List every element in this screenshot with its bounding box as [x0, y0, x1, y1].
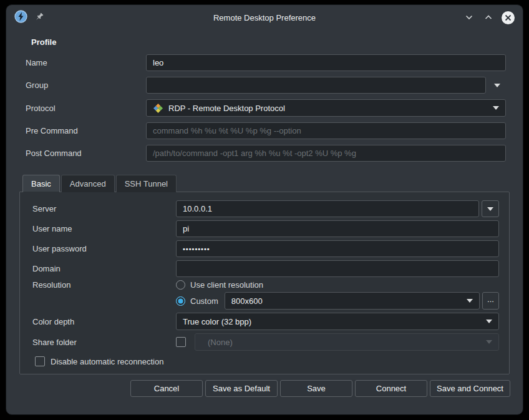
chevron-down-icon: [487, 207, 493, 211]
remmina-app-icon: [14, 10, 27, 25]
post-command-row: Post Command: [26, 145, 506, 162]
custom-resolution-radio[interactable]: [176, 296, 185, 306]
custom-resolution-label: Custom: [190, 296, 218, 306]
basic-tab-panel: Server User name User password Domain: [19, 192, 510, 374]
chevron-down-icon: [467, 299, 473, 303]
post-command-input[interactable]: [146, 145, 506, 162]
server-label: Server: [32, 204, 176, 213]
protocol-select[interactable]: RDP - Remote Desktop Protocol: [146, 99, 506, 117]
tab-ssh-tunnel[interactable]: SSH Tunnel: [116, 175, 177, 192]
save-as-default-button[interactable]: Save as Default: [205, 380, 278, 397]
profile-form: Profile Name Group Protocol: [6, 30, 523, 162]
profile-section-title: Profile: [31, 37, 506, 47]
username-input[interactable]: [176, 220, 499, 237]
group-row: Group: [26, 77, 506, 94]
shade-up-button[interactable]: [482, 11, 495, 24]
group-input[interactable]: [146, 77, 486, 94]
pre-command-input[interactable]: [146, 122, 506, 139]
disable-reconnect-checkbox[interactable]: [35, 356, 45, 366]
custom-resolution-row: Custom 800x600 ...: [32, 292, 499, 310]
chevron-down-icon: [486, 320, 492, 323]
resolution-label: Resolution: [32, 280, 176, 290]
window-title: Remote Desktop Preference: [6, 13, 523, 22]
shade-down-button[interactable]: [462, 11, 476, 24]
server-row: Server: [32, 200, 499, 217]
tab-advanced[interactable]: Advanced: [61, 175, 115, 192]
chevron-down-icon: [486, 340, 492, 344]
group-label: Group: [26, 81, 146, 90]
name-row: Name: [26, 54, 506, 71]
pin-icon[interactable]: [34, 12, 44, 24]
domain-input[interactable]: [176, 260, 499, 277]
resolution-more-button[interactable]: ...: [482, 292, 499, 310]
protocol-label: Protocol: [26, 104, 146, 113]
server-dropdown-button[interactable]: [482, 200, 499, 217]
use-client-resolution-label: Use client resolution: [190, 280, 263, 290]
color-depth-label: Color depth: [32, 317, 176, 326]
dialog-actions: Cancel Save as Default Save Connect Save…: [6, 374, 523, 397]
custom-resolution-select[interactable]: 800x600: [225, 292, 480, 310]
name-label: Name: [26, 58, 146, 67]
pre-command-label: Pre Command: [26, 126, 146, 135]
tab-basic[interactable]: Basic: [22, 175, 60, 192]
titlebar[interactable]: Remote Desktop Preference: [6, 5, 523, 30]
domain-row: Domain: [32, 260, 499, 277]
cancel-button[interactable]: Cancel: [130, 380, 203, 397]
password-label: User password: [32, 244, 176, 253]
color-depth-select[interactable]: True color (32 bpp): [176, 313, 499, 330]
password-row: User password: [32, 240, 499, 257]
username-label: User name: [32, 224, 176, 233]
group-dropdown-button[interactable]: [488, 77, 506, 94]
server-input[interactable]: [176, 200, 479, 217]
use-client-resolution-radio[interactable]: [176, 280, 185, 290]
connect-button[interactable]: Connect: [355, 380, 427, 397]
chevron-down-icon: [494, 84, 500, 87]
share-folder-value: (None): [208, 338, 486, 347]
color-depth-value: True color (32 bpp): [183, 317, 486, 326]
share-folder-select: (None): [195, 333, 499, 351]
save-and-connect-button[interactable]: Save and Connect: [430, 380, 510, 397]
share-folder-label: Share folder: [32, 338, 176, 347]
rdp-protocol-icon: [153, 103, 163, 114]
remote-desktop-preference-dialog: Remote Desktop Preference: [6, 4, 523, 415]
pre-command-row: Pre Command: [26, 122, 506, 139]
share-folder-row: Share folder (None): [32, 333, 499, 351]
username-row: User name: [32, 220, 499, 237]
post-command-label: Post Command: [26, 149, 146, 158]
protocol-row: Protocol RDP - Remote Desktop Protocol: [26, 99, 506, 117]
chevron-down-icon: [464, 12, 474, 22]
close-icon: [502, 11, 515, 24]
close-button[interactable]: [501, 11, 515, 24]
custom-resolution-value: 800x600: [231, 296, 467, 306]
disable-reconnect-row: Disable automatic reconnection: [35, 356, 499, 366]
protocol-value: RDP - Remote Desktop Protocol: [168, 104, 493, 113]
save-button[interactable]: Save: [280, 380, 352, 397]
chevron-down-icon: [493, 106, 499, 110]
share-folder-checkbox[interactable]: [176, 337, 186, 347]
chevron-up-icon: [483, 12, 493, 22]
settings-tabbar: Basic Advanced SSH Tunnel: [22, 175, 523, 192]
password-input[interactable]: [176, 240, 499, 257]
disable-reconnect-label: Disable automatic reconnection: [51, 357, 163, 366]
desktop-background: { "window": { "title": "Remote Desktop P…: [0, 0, 529, 420]
domain-label: Domain: [32, 264, 176, 273]
color-depth-row: Color depth True color (32 bpp): [32, 313, 499, 330]
name-input[interactable]: [146, 54, 506, 71]
resolution-row: Resolution Use client resolution: [32, 280, 499, 290]
